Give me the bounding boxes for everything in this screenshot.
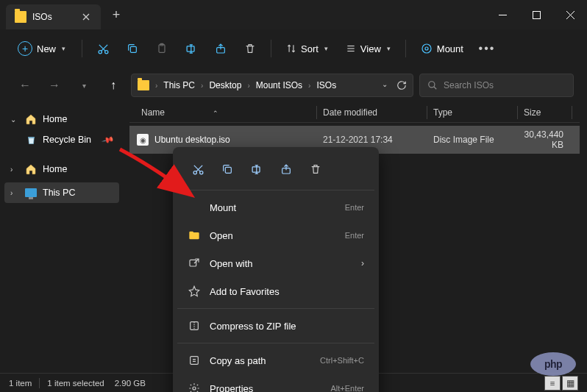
share-icon[interactable] bbox=[207, 35, 234, 62]
svg-point-36 bbox=[193, 387, 196, 390]
star-icon bbox=[188, 285, 201, 298]
folder-icon bbox=[15, 11, 26, 23]
list-icon bbox=[346, 43, 356, 54]
svg-rect-10 bbox=[130, 46, 136, 52]
context-item-favorites[interactable]: Add to Favorites bbox=[177, 277, 374, 305]
cut-icon[interactable] bbox=[90, 35, 116, 62]
disc-icon bbox=[421, 43, 433, 54]
copy-icon[interactable] bbox=[119, 35, 146, 62]
breadcrumb[interactable]: › This PC › Desktop › Mount ISOs › ISOs … bbox=[131, 74, 413, 97]
context-item-openwith[interactable]: Open with › bbox=[177, 249, 374, 277]
toolbar: + New ▾ Sort ▾ View ▾ Mount ••• bbox=[0, 29, 587, 68]
new-tab-button[interactable]: + bbox=[113, 7, 121, 23]
chevron-right-icon: › bbox=[308, 82, 310, 90]
folder-icon bbox=[138, 80, 149, 90]
search-icon bbox=[427, 80, 438, 90]
chevron-right-icon: › bbox=[201, 82, 203, 90]
share-icon[interactable] bbox=[274, 157, 298, 181]
status-selection: 1 item selected bbox=[47, 379, 104, 388]
context-item-compress[interactable]: Compress to ZIP file bbox=[177, 312, 374, 340]
sidebar-label: Recycle Bin bbox=[43, 135, 91, 145]
separator bbox=[405, 40, 406, 57]
copy-icon[interactable] bbox=[216, 157, 239, 181]
new-label: New bbox=[37, 43, 56, 54]
sidebar-item-home2[interactable]: › Home bbox=[4, 159, 119, 179]
back-button[interactable]: ← bbox=[13, 74, 37, 97]
view-mode-switcher: ≡ ▦ bbox=[544, 376, 578, 391]
recent-locations-button[interactable]: ▾ bbox=[72, 74, 96, 97]
svg-rect-23 bbox=[28, 137, 35, 138]
recycle-bin-icon bbox=[25, 134, 37, 146]
breadcrumb-item[interactable]: ISOs bbox=[313, 79, 339, 92]
maximize-button[interactable] bbox=[519, 0, 553, 29]
file-size: 30,43,440 KB bbox=[518, 129, 572, 150]
svg-rect-29 bbox=[252, 166, 260, 171]
context-item-copypath[interactable]: Copy as path Ctrl+Shift+C bbox=[177, 346, 374, 374]
sidebar-label: This PC bbox=[43, 188, 75, 198]
more-button[interactable]: ••• bbox=[474, 35, 500, 62]
svg-point-19 bbox=[422, 44, 431, 53]
copy-path-icon bbox=[188, 354, 201, 367]
column-type[interactable]: Type bbox=[427, 107, 518, 118]
column-date[interactable]: Date modified bbox=[317, 107, 427, 118]
file-type: Disc Image File bbox=[427, 135, 518, 145]
plus-circle-icon: + bbox=[18, 41, 32, 56]
navigation-bar: ← → ▾ ↑ › This PC › Desktop › Mount ISOs… bbox=[0, 68, 587, 103]
sort-button[interactable]: Sort ▾ bbox=[279, 39, 335, 59]
delete-icon[interactable] bbox=[304, 157, 327, 181]
expand-icon[interactable]: › bbox=[10, 165, 19, 174]
window-tab[interactable]: ISOs bbox=[6, 4, 101, 29]
watermark: php bbox=[530, 352, 576, 376]
chevron-right-icon: › bbox=[361, 258, 364, 268]
breadcrumb-item[interactable]: This PC bbox=[160, 79, 198, 92]
pin-icon[interactable]: 📌 bbox=[102, 133, 115, 146]
open-with-icon bbox=[188, 257, 201, 270]
minimize-button[interactable] bbox=[485, 0, 519, 29]
sidebar-item-home[interactable]: ⌄ Home bbox=[4, 109, 119, 129]
collapse-icon[interactable]: ⌄ bbox=[10, 115, 19, 124]
close-tab-icon[interactable] bbox=[80, 11, 92, 23]
file-date: 21-12-2021 17:34 bbox=[317, 135, 427, 145]
separator bbox=[177, 308, 374, 309]
context-item-properties[interactable]: Properties Alt+Enter bbox=[177, 374, 374, 392]
breadcrumb-item[interactable]: Mount ISOs bbox=[253, 79, 305, 92]
search-input[interactable]: Search ISOs bbox=[419, 74, 574, 97]
rename-icon[interactable] bbox=[178, 35, 204, 62]
sidebar-item-recyclebin[interactable]: Recycle Bin 📌 bbox=[4, 129, 119, 150]
sidebar: ⌄ Home Recycle Bin 📌 › Home › This PC bbox=[0, 103, 124, 373]
context-item-open[interactable]: Open Enter bbox=[177, 221, 374, 249]
svg-rect-32 bbox=[190, 260, 196, 266]
column-name[interactable]: Name⌃ bbox=[137, 107, 317, 118]
delete-icon[interactable] bbox=[237, 35, 263, 62]
column-size[interactable]: Size bbox=[518, 107, 572, 118]
context-quick-actions bbox=[177, 152, 374, 187]
view-button[interactable]: View ▾ bbox=[338, 39, 398, 59]
sidebar-item-thispc[interactable]: › This PC bbox=[4, 182, 119, 203]
expand-icon[interactable]: › bbox=[10, 189, 19, 197]
sidebar-label: Home bbox=[43, 164, 67, 174]
new-button[interactable]: + New ▾ bbox=[9, 37, 74, 60]
svg-point-20 bbox=[425, 47, 428, 50]
up-button[interactable]: ↑ bbox=[102, 74, 125, 97]
details-view-icon[interactable]: ≡ bbox=[544, 376, 561, 391]
chevron-down-icon: ▾ bbox=[62, 45, 65, 52]
cut-icon[interactable] bbox=[186, 157, 210, 181]
breadcrumb-item[interactable]: Desktop bbox=[206, 79, 244, 92]
paste-icon[interactable] bbox=[149, 35, 175, 62]
svg-rect-13 bbox=[187, 46, 194, 51]
large-icons-view-icon[interactable]: ▦ bbox=[562, 376, 578, 391]
forward-button[interactable]: → bbox=[43, 74, 66, 97]
refresh-icon[interactable] bbox=[396, 80, 407, 90]
context-item-mount[interactable]: Mount Enter bbox=[177, 193, 374, 221]
monitor-icon bbox=[25, 187, 37, 199]
chevron-down-icon[interactable]: ⌄ bbox=[382, 80, 388, 90]
rename-icon[interactable] bbox=[245, 157, 268, 181]
close-button[interactable] bbox=[553, 0, 587, 29]
separator bbox=[39, 378, 40, 388]
separator bbox=[82, 40, 82, 57]
search-placeholder: Search ISOs bbox=[444, 80, 494, 90]
tab-title: ISOs bbox=[32, 12, 52, 22]
mount-button[interactable]: Mount bbox=[413, 38, 471, 59]
separator bbox=[177, 343, 374, 343]
disc-image-icon: ◉ bbox=[137, 134, 149, 146]
